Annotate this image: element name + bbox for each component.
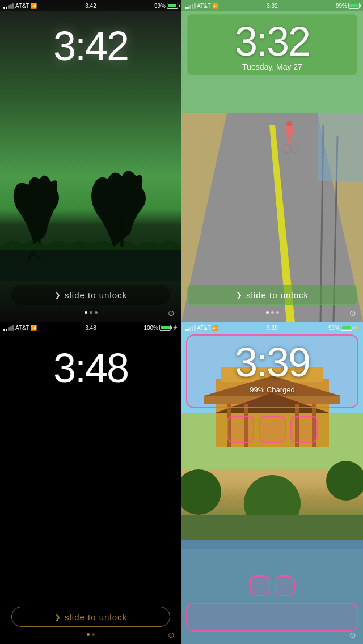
lock-clock-1: 3:42 [0,23,182,69]
clock-container-2: 3:32 Tuesday, May 27 [187,14,357,75]
battery-icon-1 [167,3,178,9]
time-display-3: 3:48 [85,325,96,331]
lock-clock-4: 3:39 [182,339,363,385]
wifi-icon-4: 📶 [212,325,218,331]
slide-label-1: slide to unlock [65,290,127,300]
status-bar-3: AT&T 📶 3:48 100% ⚡ [0,322,182,333]
slide-label-3: slide to unlock [65,612,127,622]
page-dot [271,311,274,314]
status-bar-1: AT&T 📶 3:42 99% [0,0,182,11]
battery-percent-4: 99% [328,325,340,331]
page-dot [87,633,90,636]
slide-to-unlock-3[interactable]: ❯ slide to unlock [11,607,170,627]
slide-to-unlock-1[interactable]: ❯ slide to unlock [11,285,170,305]
screen-bottom-left: AT&T 📶 3:48 100% ⚡ 3:48 ❯ slide to unloc… [0,322,182,644]
signal-icon-3 [3,325,14,331]
pink-icon-5 [275,575,295,596]
battery-percent-3: 100% [143,325,158,331]
page-dot [276,311,279,314]
battery-percent-2: 99% [336,3,347,9]
carrier-label-1: AT&T [15,3,29,9]
slide-arrow-icon-2: ❯ [236,291,243,299]
page-indicator-2 [182,311,363,314]
svg-point-9 [286,121,292,126]
carrier-label-4: AT&T [197,325,211,331]
page-dot [95,311,98,314]
pink-icons-lower [250,575,295,596]
svg-rect-3 [0,250,182,281]
slide-arrow-icon-3: ❯ [54,613,61,621]
camera-icon-2[interactable]: ⊙ [349,308,356,317]
page-indicator-1 [0,311,182,314]
pink-icon-1 [227,416,254,443]
charging-icon-3: ⚡ [172,325,178,331]
status-bar-2: AT&T 📶 3:32 99% [182,0,363,11]
camera-icon-3[interactable]: ⊙ [168,630,175,639]
svg-rect-14 [318,113,363,181]
signal-icon-4 [185,325,196,331]
lock-date-2: Tuesday, May 27 [191,62,353,71]
lock-clock-3: 3:48 [0,345,182,391]
screen-top-right: AT&T 📶 3:32 99% 3:32 Tuesday, May 27 ❯ s… [182,0,363,322]
wifi-icon-1: 📶 [31,3,37,9]
pink-icon-3 [290,416,318,443]
page-dot [92,633,95,636]
screen-bottom-right: AT&T 📶 3:39 99% ⚡ 3:39 99% Charged ⊙ [182,322,363,644]
carrier-label-3: AT&T [15,325,29,331]
wifi-icon-2: 📶 [212,3,218,9]
status-bar-4: AT&T 📶 3:39 99% ⚡ [182,322,363,333]
camera-icon-1[interactable]: ⊙ [168,308,175,317]
tree-silhouette [0,156,182,281]
battery-icon-4 [341,325,352,331]
pink-icons-middle [227,416,318,443]
slide-to-unlock-2[interactable]: ❯ slide to unlock [187,285,357,305]
time-display-2: 3:32 [267,3,277,9]
carrier-label-2: AT&T [197,3,211,9]
page-indicator-3 [0,633,182,636]
time-display-1: 3:42 [85,3,96,9]
camera-icon-4[interactable]: ⊙ [349,630,356,639]
pink-overlay-bottom [186,603,358,632]
page-dot [266,311,269,314]
slide-label-2: slide to unlock [246,290,309,300]
page-dot [90,311,92,314]
svg-rect-29 [182,515,363,540]
time-display-4: 3:39 [267,325,277,331]
battery-percent-1: 99% [154,3,166,9]
pink-icon-4 [250,575,270,596]
signal-icon-1 [3,3,14,9]
screen-top-left: AT&T 📶 3:42 99% 3:42 [0,0,182,322]
lock-clock-2: 3:32 [191,18,353,65]
battery-icon-2 [348,3,360,9]
charged-label-4: 99% Charged [182,385,363,394]
svg-point-26 [182,469,221,515]
page-dot [85,311,87,314]
charging-icon-4: ⚡ [353,325,360,331]
battery-icon-3 [159,325,171,331]
slide-arrow-icon-1: ❯ [54,291,61,299]
pink-icon-2 [259,416,286,443]
wifi-icon-3: 📶 [31,325,37,331]
signal-icon-2 [185,3,196,9]
